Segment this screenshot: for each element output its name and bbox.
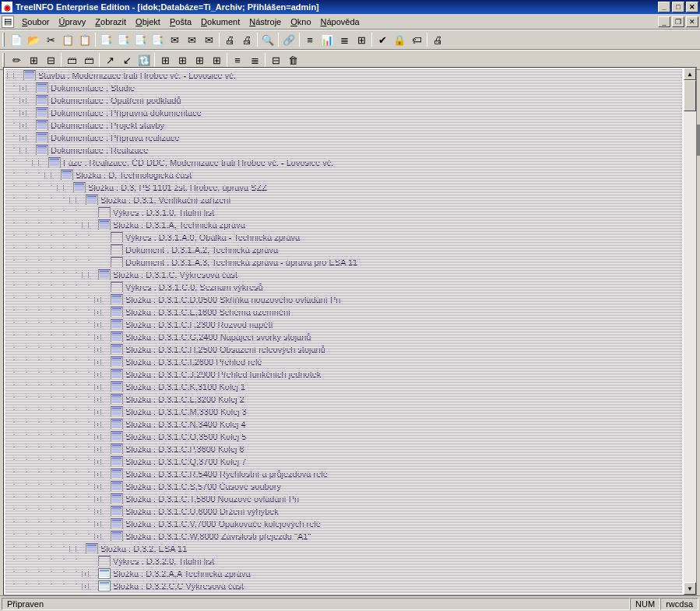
toolbar-separator	[257, 33, 258, 47]
toolbar2-btn-20[interactable]: 🗑	[284, 51, 301, 68]
toolbar1-btn-1[interactable]: 📂	[25, 31, 42, 48]
app-icon: ◉	[2, 2, 12, 12]
form-icon	[98, 568, 111, 579]
vertical-scrollbar[interactable]: ▲ ▼	[684, 68, 696, 595]
toolbar-separator	[219, 33, 220, 47]
statusbar: Připraven NUM rwcdsa	[0, 595, 700, 611]
toolbar1-btn-6[interactable]: 📑	[97, 31, 114, 48]
maximize-button[interactable]: □	[672, 2, 684, 12]
toolbar-separator	[371, 33, 372, 47]
mdi-restore-button[interactable]: ❐	[672, 16, 684, 27]
toolbar1-btn-10[interactable]: ✉	[166, 31, 183, 48]
menu-soubor[interactable]: Soubor	[17, 16, 54, 28]
menu-pošta[interactable]: Pošta	[165, 16, 196, 28]
mdi-minimize-button[interactable]: _	[658, 16, 670, 27]
toolbar2-btn-7[interactable]: ↗	[101, 51, 118, 68]
menu-objekt[interactable]: Objekt	[131, 16, 165, 28]
toolbar2-btn-4[interactable]: 🗃	[63, 51, 80, 68]
toolbar-separator	[299, 33, 300, 47]
toolbar1-btn-12[interactable]: ✉	[200, 31, 217, 48]
menu-zobrazit[interactable]: Zobrazit	[90, 16, 131, 28]
toolbar2-btn-12[interactable]: ⊞	[174, 51, 191, 68]
toolbar1-btn-14[interactable]: 🖨	[221, 31, 238, 48]
menu-dokument[interactable]: Dokument	[196, 16, 244, 28]
menu-nástroje[interactable]: Nástroje	[244, 16, 286, 28]
toolbar1-btn-22[interactable]: 📊	[318, 31, 336, 48]
toolbar1-btn-17[interactable]: 🔍	[259, 31, 276, 48]
toolbar-grip[interactable]	[2, 53, 5, 67]
toolbar-grip[interactable]	[2, 33, 5, 47]
toolbar1-btn-19[interactable]: 🔗	[280, 31, 297, 48]
menu-okno[interactable]: Okno	[286, 16, 315, 28]
tree-view: −⋯Stavba : Modernizace trati Hrobce vč. …	[3, 67, 697, 595]
toolbar1-btn-2[interactable]: ✂	[42, 31, 59, 48]
right-edge-marker	[697, 125, 700, 156]
scroll-thumb[interactable]	[684, 80, 696, 111]
toolbar1-btn-3[interactable]: 📋	[59, 31, 76, 48]
toolbar-separator	[278, 33, 279, 47]
scroll-up-button[interactable]: ▲	[684, 68, 696, 80]
toolbar2-btn-9[interactable]: 🔃	[135, 51, 153, 68]
toolbar2-btn-13[interactable]: ⊞	[191, 51, 208, 68]
toolbar1-btn-30[interactable]: 🖨	[429, 31, 446, 48]
toolbar2-btn-2[interactable]: ⊟	[42, 51, 59, 68]
toolbar1-btn-27[interactable]: 🔒	[391, 31, 408, 48]
close-button[interactable]: ✕	[686, 2, 698, 12]
toolbar2-btn-8[interactable]: ↙	[118, 51, 135, 68]
toolbar1-btn-11[interactable]: ✉	[183, 31, 200, 48]
toolbar2-btn-14[interactable]: ⊞	[208, 51, 225, 68]
toolbar2-btn-16[interactable]: ≡	[229, 51, 246, 68]
toolbar1-btn-28[interactable]: 🏷	[408, 31, 425, 48]
menu-nápověda[interactable]: Nápověda	[316, 16, 364, 28]
menu-úpravy[interactable]: Úpravy	[54, 16, 90, 28]
menubar: ▤ SouborÚpravyZobrazitObjektPoštaDokumen…	[0, 14, 700, 30]
titlebar: ◉ TreeINFO Enterprise Edition - [idok;Da…	[0, 0, 700, 14]
status-ready: Připraven	[2, 598, 630, 610]
minimize-button[interactable]: _	[658, 2, 670, 12]
form-icon	[98, 581, 111, 592]
toolbar2-btn-5[interactable]: 🗃	[80, 51, 97, 68]
toolbar1-btn-24[interactable]: ⊞	[353, 31, 370, 48]
toolbar1-btn-9[interactable]: 📑	[149, 31, 166, 48]
toolbar2-btn-19[interactable]: ⊟	[267, 51, 284, 68]
toolbar-main: 📄📂✂📋📋📑📑📑📑✉✉✉🖨🖨🔍🔗≡📊≣⊞✔🔒🏷🖨	[0, 30, 700, 50]
status-num: NUM	[630, 598, 660, 610]
scroll-track[interactable]	[684, 80, 696, 582]
document-icon	[98, 556, 111, 567]
toolbar1-btn-23[interactable]: ≣	[336, 31, 353, 48]
toolbar-separator	[227, 53, 227, 67]
toolbar-separator	[95, 33, 96, 47]
toolbar2-btn-0[interactable]: ✏	[8, 51, 25, 68]
window-title: TreeINFO Enterprise Edition - [idok;Data…	[16, 2, 656, 12]
toolbar2-btn-17[interactable]: ≣	[246, 51, 263, 68]
toolbar1-btn-7[interactable]: 📑	[114, 31, 132, 48]
scroll-down-button[interactable]: ▼	[684, 582, 696, 595]
mdi-doc-icon[interactable]: ▤	[2, 16, 14, 28]
toolbar-separator	[427, 33, 427, 47]
toolbar-separator	[154, 53, 155, 67]
toolbar1-btn-26[interactable]: ✔	[374, 31, 391, 48]
toolbar1-btn-8[interactable]: 📑	[132, 31, 149, 48]
toolbar-separator	[265, 53, 266, 67]
mdi-close-button[interactable]: ✕	[686, 16, 698, 27]
toolbar2-btn-1[interactable]: ⊞	[25, 51, 42, 68]
toolbar1-btn-15[interactable]: 🖨	[238, 31, 255, 48]
toolbar2-btn-11[interactable]: ⊞	[157, 51, 174, 68]
toolbar1-btn-21[interactable]: ≡	[301, 31, 318, 48]
tree-node[interactable]: ⋮⋮⋮⋮⋮⋮⋯Výkres : D.3.2.0, Titulní list	[7, 555, 684, 567]
toolbar-separator	[99, 53, 100, 67]
toolbar1-btn-4[interactable]: 📋	[76, 31, 93, 48]
toolbar-separator	[61, 53, 62, 67]
toolbar1-btn-0[interactable]: 📄	[8, 31, 25, 48]
status-mode: rwcdsa	[660, 598, 698, 610]
